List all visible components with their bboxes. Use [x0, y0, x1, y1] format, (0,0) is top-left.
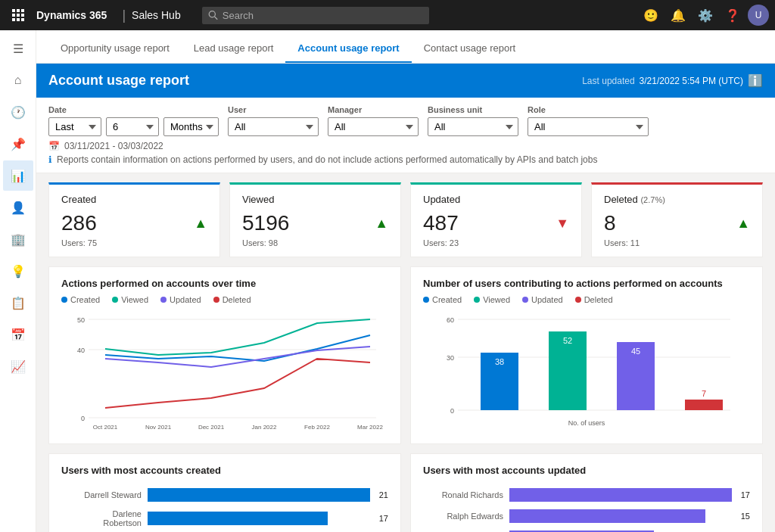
svg-text:52: 52	[563, 336, 572, 345]
smiley-icon[interactable]: 🙂	[639, 3, 663, 27]
viewed-value-row: 5196 ▲	[242, 211, 388, 235]
report-header: Account usage report Last updated 3/21/2…	[36, 64, 775, 98]
top-bar-icons: 🙂 🔔 ⚙️ ❓ U	[639, 3, 769, 27]
legend-updated: Updated	[160, 295, 201, 304]
svg-rect-1	[17, 9, 20, 12]
user-filter-label: User	[228, 105, 319, 114]
main-area: Opportunity usage report Lead usage repo…	[36, 30, 775, 532]
svg-text:0: 0	[450, 407, 454, 415]
viewed-trend-icon: ▲	[375, 216, 388, 232]
created-value: 286	[61, 211, 97, 235]
svg-line-10	[214, 17, 217, 20]
legend-created: Created	[61, 295, 100, 304]
date-filter-group: Date LastNextThis 63112 MonthsWeeksDays	[48, 105, 219, 136]
tab-account[interactable]: Account usage report	[285, 42, 411, 63]
created-horiz-bar-chart: Darrell Steward 21 Darlene Robertson	[73, 488, 388, 532]
manager-filter-group: Manager All	[328, 105, 419, 136]
svg-rect-6	[12, 18, 15, 21]
svg-text:Dec 2021: Dec 2021	[198, 424, 225, 431]
created-trend-icon: ▲	[194, 216, 207, 232]
updated-trend-icon: ▼	[556, 216, 569, 232]
nav-pinned-icon[interactable]: 📌	[3, 129, 33, 159]
viewed-label: Viewed	[242, 194, 388, 205]
list-item: Darrell Steward 21	[73, 488, 388, 502]
date-range: 📅 03/11/2021 - 03/03/2022	[48, 141, 763, 151]
search-input[interactable]	[223, 10, 423, 21]
nav-home-icon[interactable]: ⌂	[3, 65, 33, 95]
svg-text:50: 50	[77, 316, 85, 324]
bar-chart-svg: 60 30 0 38 52 45	[423, 312, 750, 433]
bell-icon[interactable]: 🔔	[666, 3, 690, 27]
nav-active-icon[interactable]: 📊	[3, 160, 33, 191]
deleted-label: Deleted (2.7%)	[604, 194, 750, 205]
svg-text:60: 60	[447, 316, 454, 324]
user-filter-group: User All	[228, 105, 319, 136]
updated-horiz-bar-chart: Ronald Richards 17 Ralph Edwards	[435, 488, 750, 532]
line-chart-title: Actions performed on accounts over time	[61, 278, 388, 289]
last-updated-value: 3/21/2022 5:54 PM (UTC)	[640, 76, 743, 86]
svg-rect-7	[17, 18, 20, 21]
updated-label: Updated	[423, 194, 569, 205]
date-range-value: 03/11/2021 - 03/03/2022	[64, 141, 163, 151]
last-updated-label: Last updated	[582, 76, 634, 86]
svg-text:Mar 2022: Mar 2022	[357, 424, 383, 431]
content: Account usage report Last updated 3/21/2…	[36, 64, 775, 532]
svg-text:0: 0	[81, 415, 85, 422]
bar-wrap	[148, 512, 370, 525]
manager-select[interactable]: All	[328, 117, 419, 136]
nav-reports-icon[interactable]: 📈	[3, 351, 33, 381]
updated-chart-inner: User name Ronald Richards 17	[423, 482, 750, 532]
svg-rect-5	[21, 14, 24, 17]
deleted-value: 8	[604, 211, 616, 235]
app-name: Dynamics 365	[36, 9, 107, 21]
tab-opportunity[interactable]: Opportunity usage report	[48, 42, 182, 63]
date-filter-inner: LastNextThis 63112 MonthsWeeksDays	[48, 117, 219, 136]
legend-deleted: Deleted	[213, 295, 251, 304]
stat-card-updated: Updated 487 ▼ Users: 23	[410, 182, 582, 257]
settings-icon[interactable]: ⚙️	[693, 3, 717, 27]
svg-rect-35	[685, 400, 723, 410]
top-bar: Dynamics 365 | Sales Hub 🙂 🔔 ⚙️ ❓ U	[0, 0, 775, 30]
updated-value: 487	[423, 211, 459, 235]
info-bar-text: Reports contain information on actions p…	[57, 154, 597, 165]
waffle-icon[interactable]	[6, 3, 30, 27]
svg-text:45: 45	[631, 347, 640, 356]
svg-text:Nov 2021: Nov 2021	[145, 424, 172, 431]
svg-text:30: 30	[447, 354, 454, 362]
date-select[interactable]: LastNextThis	[48, 117, 101, 136]
bar-wrap	[509, 488, 732, 502]
bottom-charts-row: Users with most accounts created User na…	[36, 453, 775, 532]
svg-rect-8	[21, 18, 24, 21]
line-chart-container: 50 40 0 Oct 2021 Nov 2021 Dec 2021 Jan 2…	[61, 312, 388, 433]
info-icon[interactable]: ℹ️	[748, 73, 763, 88]
stat-card-created: Created 286 ▲ Users: 75	[48, 182, 220, 257]
created-label: Created	[61, 194, 207, 205]
nav-menu-icon[interactable]: ☰	[3, 33, 33, 64]
nav-accounts-icon[interactable]: 🏢	[3, 224, 33, 254]
tab-contact[interactable]: Contact usage report	[412, 42, 528, 63]
business-unit-select[interactable]: All	[428, 117, 518, 136]
period-select[interactable]: 63112	[106, 117, 159, 136]
viewed-users: Users: 98	[242, 238, 388, 247]
nav-opps-icon[interactable]: 📋	[3, 288, 33, 318]
business-unit-label: Business unit	[428, 105, 518, 114]
stat-card-deleted: Deleted (2.7%) 8 ▲ Users: 11	[591, 182, 763, 257]
updated-chart-card: Users with most accounts updated User na…	[410, 453, 763, 532]
nav-activities-icon[interactable]: 📅	[3, 319, 33, 350]
help-icon[interactable]: ❓	[721, 3, 745, 27]
search-box[interactable]	[202, 7, 429, 24]
role-select[interactable]: All	[528, 117, 649, 136]
created-value-row: 286 ▲	[61, 211, 207, 235]
interval-select[interactable]: MonthsWeeksDays	[163, 117, 219, 136]
nav-recent-icon[interactable]: 🕐	[3, 97, 33, 127]
avatar[interactable]: U	[748, 5, 769, 26]
tab-lead[interactable]: Lead usage report	[182, 42, 286, 63]
bar-legend-viewed: Viewed	[474, 295, 510, 304]
line-chart-svg: 50 40 0 Oct 2021 Nov 2021 Dec 2021 Jan 2…	[61, 312, 388, 433]
nav-contacts-icon[interactable]: 👤	[3, 192, 33, 222]
nav-leads-icon[interactable]: 💡	[3, 256, 33, 286]
module-name: Sales Hub	[132, 9, 181, 21]
user-select[interactable]: All	[228, 117, 319, 136]
updated-chart-title: Users with most accounts updated	[423, 465, 750, 476]
viewed-value: 5196	[242, 211, 289, 235]
